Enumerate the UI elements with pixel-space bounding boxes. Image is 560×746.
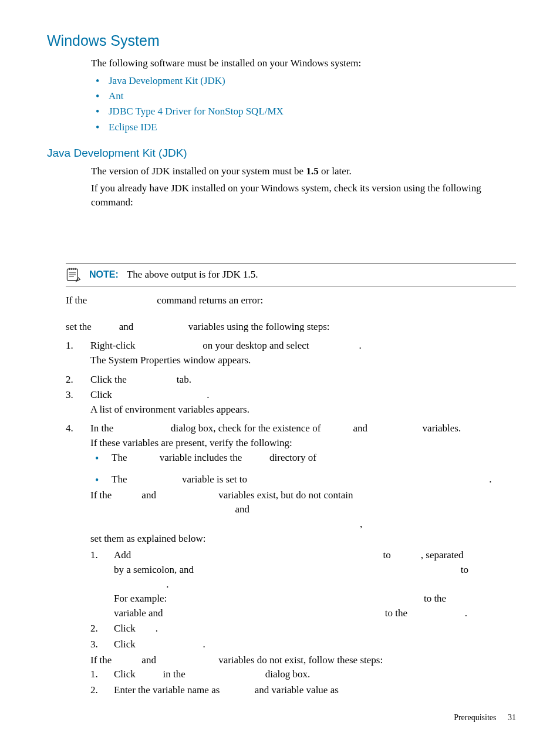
text: The version of JDK installed on your sys… (91, 166, 306, 177)
note-block: NOTE: The above output is for JDK 1.5. (66, 263, 516, 286)
list-item: JDBC Type 4 Driver for NonStop SQL/MX (91, 104, 516, 119)
text (393, 549, 421, 561)
substep-2: 2. Click . (90, 622, 516, 636)
text: Click (114, 669, 138, 680)
text: Add (114, 549, 134, 561)
text (130, 474, 180, 485)
text (134, 549, 381, 561)
jdk-check-paragraph: If you already have JDK installed on you… (91, 181, 516, 210)
step-number: 3. (66, 388, 90, 417)
text (87, 295, 154, 306)
text: A list of environment variables appears. (90, 403, 516, 417)
text-bold: 1.5 (306, 166, 318, 177)
footer-section-label: Prerequisites (454, 713, 496, 722)
text: If the (90, 654, 114, 666)
list-item: Eclipse IDE (91, 120, 516, 135)
substep-number: 1. (90, 667, 114, 682)
new-substep-1: 1. Click in the dialog box. (90, 667, 516, 682)
text (114, 579, 166, 590)
text: variable includes the (157, 452, 244, 463)
text: In the (90, 423, 116, 434)
text (410, 607, 465, 619)
text: Enter the variable name as (114, 684, 222, 696)
new-substep-2: 2. Enter the variable name as and variab… (90, 683, 516, 698)
text: variable is set to (180, 474, 249, 485)
text (188, 669, 263, 680)
substep-number: 2. (90, 622, 114, 636)
text: . (465, 607, 467, 619)
substep-number: 2. (90, 683, 114, 698)
text: If the (66, 295, 87, 306)
step-number: 2. (66, 373, 90, 387)
text: to (380, 549, 393, 561)
step-4: 4. In the dialog box, check for the exis… (66, 421, 516, 698)
note-icon (66, 267, 81, 282)
text: The (112, 474, 130, 485)
step-2: 2. Click the tab. (66, 373, 516, 387)
text: variable and (114, 607, 166, 619)
software-list: Java Development Kit (JDK) Ant JDBC Type… (91, 73, 516, 135)
substep-number: 3. (90, 637, 114, 652)
if-the-command-line: If the command returns an error: (66, 293, 516, 308)
text: dialog box, check for the existence of (168, 423, 323, 434)
step-number: 1. (66, 339, 90, 367)
text: . (156, 623, 158, 634)
text (245, 452, 267, 463)
jdk-version-paragraph: The version of JDK installed on your sys… (91, 164, 516, 179)
step-1: 1. Right-click on your desktop and selec… (66, 339, 516, 367)
text: in the (160, 669, 188, 680)
heading-jdk: Java Development Kit (JDK) (47, 147, 516, 160)
text (323, 423, 351, 434)
text: and (116, 321, 136, 332)
substep-1: 1. Add to , separated (90, 548, 516, 620)
text: Click (114, 623, 138, 634)
text (90, 518, 360, 529)
text: , (360, 518, 362, 529)
text: to (458, 564, 468, 575)
text: . (359, 340, 362, 351)
text: For example: (114, 593, 169, 604)
sub-bullet: • The variable is set to . (90, 472, 516, 488)
bullet-icon: • (90, 472, 112, 488)
text (138, 340, 200, 351)
text: . (203, 639, 205, 650)
text: Right-click (90, 340, 138, 351)
text: tab. (174, 374, 191, 385)
text (138, 639, 203, 650)
text: variables using the following steps: (185, 321, 329, 332)
text: command returns an error: (154, 295, 263, 306)
text: or later. (319, 166, 352, 177)
intro-paragraph: The following software must be installed… (91, 56, 516, 71)
bullet-icon: • (90, 451, 112, 467)
list-item: Ant (91, 89, 516, 104)
text (114, 654, 140, 666)
text (90, 504, 232, 515)
text: set the (66, 321, 94, 332)
text (166, 607, 383, 619)
sub-bullet: • The variable includes the directory of (90, 451, 516, 467)
text: variables do not exist, follow these ste… (216, 654, 383, 666)
text: Click (90, 389, 114, 400)
set-the-line: set the and variables using the followin… (66, 320, 516, 335)
text (116, 423, 168, 434)
text: to the (421, 593, 447, 604)
text: , separated (421, 549, 464, 561)
text (196, 564, 458, 575)
text: variables. (420, 423, 461, 434)
text (129, 374, 174, 385)
text: and (232, 504, 249, 515)
text: The System Properties window appears. (90, 353, 516, 368)
text (114, 490, 140, 501)
ordered-list-outer: 1. Right-click on your desktop and selec… (66, 339, 516, 698)
heading-windows-system: Windows System (47, 32, 516, 49)
text: to the (383, 607, 410, 619)
text: on your desktop and select (200, 340, 312, 351)
text: directory of (267, 452, 316, 463)
text: Click the (90, 374, 129, 385)
text: set them as explained below: (90, 532, 516, 546)
text (222, 684, 252, 696)
text: and (350, 423, 370, 434)
text: dialog box. (263, 669, 311, 680)
text: and variable value as (252, 684, 339, 696)
text (158, 490, 216, 501)
